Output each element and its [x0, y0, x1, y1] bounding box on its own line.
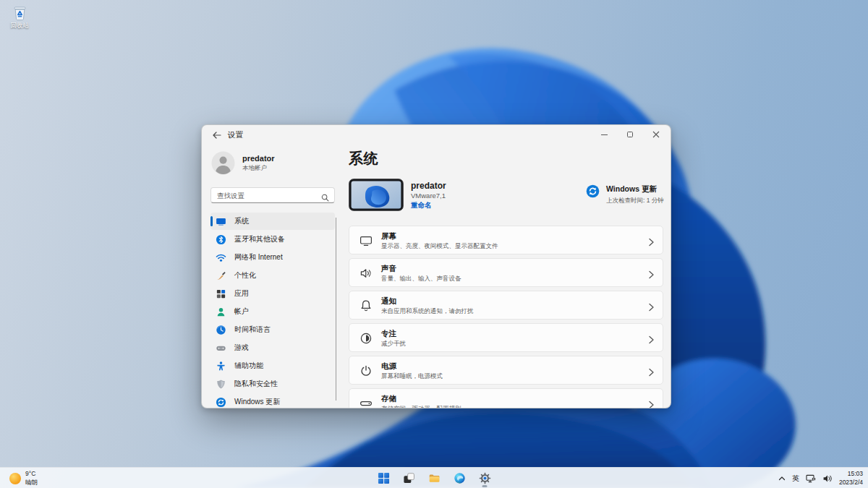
minimize-button[interactable] [591, 126, 617, 143]
card-title: 专注 [381, 329, 396, 339]
windows-update-status: 上次检查时间: 1 分钟前 [606, 197, 664, 205]
bluetooth-icon [216, 234, 226, 245]
recycle-bin-desktop-icon[interactable]: 回收站 [7, 4, 33, 30]
sidebar-item-privacy-security[interactable]: 隐私和安全性 [210, 375, 335, 393]
ime-language-indicator[interactable]: 英 [792, 474, 799, 484]
tray-chevron-up-button[interactable] [778, 476, 786, 481]
card-title: 屏幕 [381, 231, 396, 241]
task-view-button[interactable] [399, 469, 418, 488]
display-icon [216, 216, 226, 227]
chevron-right-icon [647, 236, 655, 245]
avatar [211, 151, 235, 175]
sidebar-item-system[interactable]: 系统 [210, 213, 335, 230]
sidebar-item-windows-update[interactable]: Windows 更新 [210, 393, 335, 408]
clock-globe-icon [216, 325, 226, 335]
accessibility-icon [216, 361, 226, 372]
close-icon [652, 131, 660, 138]
recycle-bin-icon [12, 4, 28, 21]
file-explorer-button[interactable] [425, 469, 443, 488]
sidebar-item-label: 蓝牙和其他设备 [234, 234, 285, 244]
settings-window: 设置 predator 本地帐户 [201, 124, 671, 408]
sidebar-item-label: Windows 更新 [234, 397, 280, 407]
network-tray-button[interactable] [806, 474, 816, 484]
settings-sidebar: predator 本地帐户 系统 蓝牙和其他 [210, 144, 338, 408]
sidebar-item-bluetooth-devices[interactable]: 蓝牙和其他设备 [210, 231, 335, 248]
search-input[interactable] [217, 188, 317, 202]
windows-logo-icon [378, 472, 390, 484]
settings-app-button[interactable] [475, 469, 494, 488]
card-display[interactable]: 屏幕 显示器、亮度、夜间模式、显示器配置文件 [349, 226, 663, 254]
sidebar-item-accessibility[interactable]: 辅助功能 [210, 357, 335, 374]
nav-scrollbar[interactable] [336, 218, 336, 401]
card-title: 存储 [381, 394, 396, 404]
sidebar-item-label: 时间和语言 [234, 325, 271, 335]
card-power[interactable]: 电源 屏幕和睡眠，电源模式 [349, 356, 663, 385]
taskbar-center [374, 468, 494, 488]
settings-card-list: 屏幕 显示器、亮度、夜间模式、显示器配置文件 声音 音量、输出、输入、声音设备 [349, 226, 663, 408]
sidebar-item-label: 隐私和安全性 [234, 379, 278, 389]
user-profile[interactable]: predator 本地帐户 [211, 151, 275, 175]
profile-account-type: 本地帐户 [242, 164, 275, 173]
card-focus[interactable]: 专注 减少干扰 [349, 323, 663, 352]
bell-icon [359, 299, 373, 313]
sidebar-item-gaming[interactable]: 游戏 [210, 339, 335, 356]
sidebar-item-apps[interactable]: 应用 [210, 285, 335, 302]
sidebar-item-label: 游戏 [234, 343, 249, 353]
chevron-right-icon [647, 399, 655, 408]
windows-update-title: Windows 更新 [606, 184, 664, 194]
close-button[interactable] [643, 126, 669, 143]
recycle-bin-label: 回收站 [7, 22, 33, 30]
selected-indicator [210, 216, 213, 226]
chevron-right-icon [647, 367, 655, 375]
sidebar-item-time-language[interactable]: 时间和语言 [210, 321, 335, 338]
sidebar-item-label: 帐户 [234, 307, 249, 317]
card-title: 声音 [381, 264, 396, 274]
card-subtitle: 存储空间、驱动器、配置规则 [381, 405, 461, 408]
weather-widget[interactable]: 9°C 晴朗 [7, 469, 41, 487]
card-subtitle: 屏幕和睡眠，电源模式 [381, 372, 443, 381]
sidebar-item-personalization[interactable]: 个性化 [210, 267, 335, 284]
rename-link[interactable]: 重命名 [411, 201, 446, 210]
windows-update-icon [586, 184, 600, 198]
desktop: 回收站 设置 predator [0, 0, 868, 488]
card-title: 通知 [381, 296, 396, 307]
storage-drive-icon [359, 396, 373, 408]
display-outline-icon [359, 234, 373, 248]
power-icon [359, 364, 373, 378]
volume-tray-button[interactable] [822, 474, 833, 484]
clock-widget[interactable]: 15:03 2023/2/4 [839, 470, 863, 487]
maximize-icon [627, 132, 633, 137]
sidebar-item-label: 网络和 Internet [234, 252, 283, 262]
gear-icon [479, 472, 491, 484]
task-view-icon [403, 472, 415, 484]
sidebar-item-label: 系统 [234, 216, 249, 226]
card-subtitle: 来自应用和系统的通知，请勿打扰 [381, 307, 474, 316]
wifi-icon [216, 252, 226, 263]
card-notifications[interactable]: 通知 来自应用和系统的通知，请勿打扰 [349, 291, 663, 320]
back-button[interactable] [209, 129, 225, 141]
maximize-button[interactable] [617, 126, 643, 143]
sync-icon [216, 397, 226, 408]
device-name: predator [411, 181, 446, 191]
windows-update-summary[interactable]: Windows 更新 上次检查时间: 1 分钟前 [586, 184, 664, 205]
sidebar-item-network-internet[interactable]: 网络和 Internet [210, 249, 335, 266]
weather-condition: 晴朗 [25, 479, 38, 487]
brush-icon [216, 270, 226, 281]
minimize-icon [601, 134, 608, 135]
page-title: 系统 [349, 149, 378, 168]
sidebar-item-accounts[interactable]: 帐户 [210, 303, 335, 320]
profile-name: predator [242, 154, 275, 163]
tray-date: 2023/2/4 [839, 479, 863, 487]
sidebar-item-label: 个性化 [234, 270, 256, 281]
settings-main-pane: 系统 predato [348, 144, 664, 408]
folder-icon [428, 472, 441, 484]
speaker-icon [822, 474, 833, 484]
apps-icon [216, 288, 226, 299]
sidebar-item-label: 辅助功能 [234, 361, 263, 371]
card-sound[interactable]: 声音 音量、输出、输入、声音设备 [349, 258, 663, 287]
edge-browser-button[interactable] [450, 469, 469, 488]
start-button[interactable] [374, 469, 393, 488]
card-subtitle: 显示器、亮度、夜间模式、显示器配置文件 [381, 242, 498, 251]
card-storage[interactable]: 存储 存储空间、驱动器、配置规则 [349, 388, 663, 408]
sidebar-nav-list: 系统 蓝牙和其他设备 网络和 Internet 个性化 [210, 213, 335, 408]
